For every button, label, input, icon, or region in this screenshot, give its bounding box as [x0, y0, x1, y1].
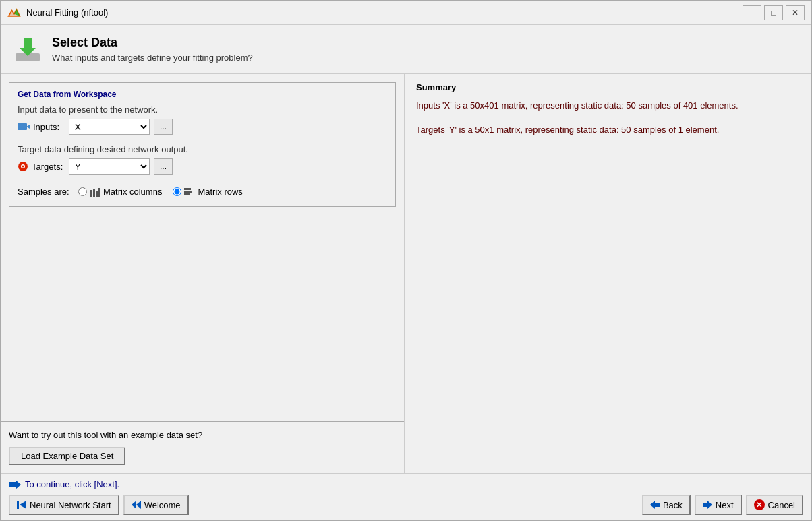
radio-group: Matrix columns	[78, 187, 243, 197]
targets-select[interactable]: Y	[69, 158, 150, 175]
welcome-icon	[132, 501, 141, 509]
summary-title: Summary	[416, 82, 801, 92]
back-icon	[650, 501, 660, 509]
cancel-icon: ✕	[754, 499, 765, 510]
svg-marker-18	[20, 501, 26, 509]
title-bar-controls: — □ ✕	[743, 5, 805, 20]
left-panel: Get Data from Workspace Input data to pr…	[1, 74, 405, 473]
svg-rect-16	[184, 193, 190, 195]
matrix-columns-icon	[90, 187, 100, 197]
footer-left-buttons: Neural Network Start Welcome	[9, 495, 189, 515]
welcome-label: Welcome	[144, 500, 181, 510]
svg-rect-11	[93, 189, 95, 197]
matrix-columns-radio[interactable]	[78, 187, 87, 196]
inputs-description: Input data to present to the network.	[18, 104, 387, 115]
svg-rect-23	[655, 503, 660, 507]
inputs-input-row: Inputs: X ...	[18, 119, 387, 135]
inputs-browse-button[interactable]: ...	[154, 119, 173, 135]
window-title: Neural Fitting (nftool)	[26, 7, 108, 18]
minimize-button[interactable]: —	[743, 5, 761, 20]
close-button[interactable]: ✕	[786, 5, 805, 20]
svg-marker-20	[132, 501, 136, 509]
header-text: Select Data What inputs and targets defi…	[52, 36, 253, 63]
svg-rect-24	[703, 503, 707, 507]
inputs-field-row: Input data to present to the network. In…	[18, 104, 387, 135]
spacer	[1, 207, 404, 421]
content-area: Select Data What inputs and targets defi…	[1, 25, 811, 520]
load-example-button[interactable]: Load Example Data Set	[9, 447, 125, 465]
bottom-section: Want to try out this tool with an exampl…	[1, 421, 404, 473]
svg-rect-5	[18, 123, 27, 130]
targets-browse-button[interactable]: ...	[154, 158, 173, 175]
back-button[interactable]: Back	[642, 495, 691, 515]
targets-description: Target data defining desired network out…	[18, 144, 387, 154]
page-subtitle: What inputs and targets define your fitt…	[52, 53, 253, 63]
page-title: Select Data	[52, 36, 253, 50]
footer-right-buttons: Back Next ✕ Cancel	[642, 495, 803, 515]
neural-network-start-button[interactable]: Neural Network Start	[9, 495, 119, 515]
main-body: Get Data from Workspace Input data to pr…	[1, 74, 811, 473]
matrix-columns-option[interactable]: Matrix columns	[78, 187, 162, 197]
next-icon	[703, 501, 712, 509]
main-window: Neural Fitting (nftool) — □ ✕ Select Dat…	[0, 0, 812, 521]
hint-arrow-icon	[9, 480, 21, 489]
summary-panel: Summary Inputs 'X' is a 50x401 matrix, r…	[405, 74, 811, 473]
inputs-icon	[18, 122, 30, 131]
svg-marker-22	[650, 501, 655, 509]
workspace-group-title: Get Data from Workspace	[18, 90, 387, 99]
nn-start-icon	[17, 501, 26, 509]
footer-hint: To continue, click [Next].	[9, 479, 803, 489]
svg-rect-19	[17, 501, 19, 509]
footer-hint-text: To continue, click [Next].	[25, 479, 119, 489]
targets-input-row: Targets: Y ...	[18, 158, 387, 175]
footer: To continue, click [Next]. Neural Networ…	[1, 473, 811, 520]
svg-rect-14	[184, 188, 191, 190]
targets-icon	[18, 161, 28, 172]
svg-rect-10	[90, 190, 92, 197]
matrix-rows-icon	[184, 187, 195, 197]
next-button[interactable]: Next	[695, 495, 742, 515]
welcome-button[interactable]: Welcome	[123, 495, 189, 515]
select-data-icon	[11, 33, 44, 65]
nn-start-label: Neural Network Start	[30, 500, 111, 510]
matrix-rows-radio[interactable]	[173, 187, 181, 196]
header-section: Select Data What inputs and targets defi…	[1, 25, 811, 74]
targets-field-row: Target data defining desired network out…	[18, 144, 387, 175]
maximize-button[interactable]: □	[764, 5, 783, 20]
inputs-select[interactable]: X	[69, 119, 150, 135]
samples-label: Samples are:	[18, 187, 78, 197]
summary-inputs-text: Inputs 'X' is a 50x401 matrix, represent…	[416, 99, 801, 113]
next-label: Next	[716, 500, 734, 510]
footer-buttons: Neural Network Start Welcome	[9, 495, 803, 515]
title-bar: Neural Fitting (nftool) — □ ✕	[1, 1, 811, 25]
inputs-label: Inputs:	[18, 122, 65, 132]
targets-label: Targets:	[18, 161, 65, 172]
matrix-columns-label: Matrix columns	[90, 187, 162, 197]
matrix-rows-option[interactable]: Matrix rows	[173, 187, 242, 197]
svg-point-9	[22, 166, 24, 168]
cancel-label: Cancel	[768, 500, 795, 510]
targets-label-text: Targets:	[32, 162, 63, 172]
matrix-rows-label: Matrix rows	[184, 187, 242, 197]
svg-rect-15	[184, 191, 192, 193]
svg-marker-17	[9, 480, 21, 489]
matlab-icon	[7, 6, 21, 20]
workspace-group: Get Data from Workspace Input data to pr…	[9, 82, 396, 207]
svg-marker-21	[136, 501, 141, 509]
svg-rect-13	[98, 188, 100, 197]
inputs-label-text: Inputs:	[33, 122, 59, 132]
cancel-button[interactable]: ✕ Cancel	[746, 495, 803, 515]
summary-targets-text: Targets 'Y' is a 50x1 matrix, representi…	[416, 123, 801, 137]
example-hint: Want to try out this tool with an exampl…	[9, 430, 396, 440]
title-bar-left: Neural Fitting (nftool)	[7, 6, 108, 20]
samples-row: Samples are:	[18, 184, 387, 200]
svg-rect-12	[96, 191, 98, 197]
back-label: Back	[663, 500, 683, 510]
svg-marker-25	[707, 501, 712, 509]
